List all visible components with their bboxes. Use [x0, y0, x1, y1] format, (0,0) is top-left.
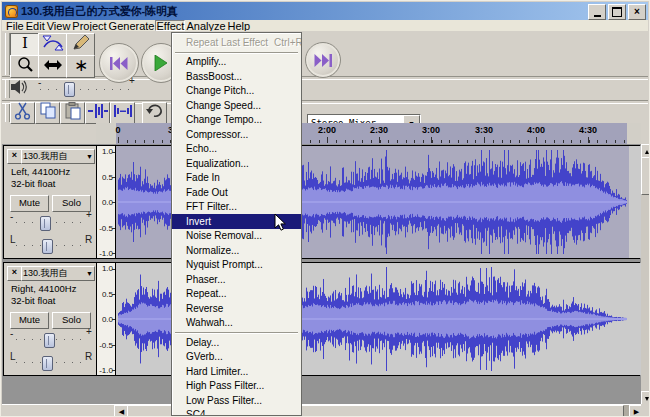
- menu-item-equalization[interactable]: Equalization...: [172, 156, 301, 171]
- undo-icon: [145, 103, 165, 123]
- menu-item-repeat[interactable]: Repeat...: [172, 287, 301, 302]
- menu-item-label: Reverse: [186, 303, 223, 314]
- volume-slider-track[interactable]: [40, 89, 135, 90]
- horizontal-scrollbar[interactable]: ◀ ▶: [2, 404, 641, 417]
- track-left: × 130.我用自 ▼ Left, 44100Hz 32-bit float M…: [3, 145, 640, 259]
- menu-item-gverb[interactable]: GVerb...: [172, 350, 301, 365]
- menu-generate[interactable]: Generate: [108, 20, 156, 31]
- menu-item-delay[interactable]: Delay...: [172, 335, 301, 350]
- mute-button[interactable]: Mute: [10, 312, 49, 329]
- track-title-bar[interactable]: 130.我用自 ▼: [21, 149, 95, 164]
- close-track-button[interactable]: ×: [7, 149, 22, 164]
- menu-item-label: Echo...: [186, 143, 217, 154]
- menu-item-fade-in[interactable]: Fade In: [172, 171, 301, 186]
- minimize-icon: [594, 15, 601, 17]
- menu-item-wahwah[interactable]: Wahwah...: [172, 316, 301, 331]
- menu-item-compressor[interactable]: Compressor...: [172, 127, 301, 142]
- menu-item-low-pass-filter[interactable]: Low Pass Filter...: [172, 393, 301, 408]
- track-title: 130.我用自: [22, 267, 86, 280]
- menu-item-change-pitch[interactable]: Change Pitch...: [172, 84, 301, 99]
- gain-slider-thumb[interactable]: [40, 216, 51, 231]
- ruler-tick: [554, 140, 555, 143]
- menu-item-shortcut: Ctrl+R: [268, 37, 302, 48]
- menu-file[interactable]: File: [5, 20, 25, 31]
- menu-item-sc4[interactable]: SC4...: [172, 408, 301, 417]
- pan-slider-thumb[interactable]: [42, 239, 53, 254]
- menu-item-hard-limiter[interactable]: Hard Limiter...: [172, 364, 301, 379]
- ruler-tick: [528, 140, 529, 143]
- amplitude-tick: [112, 370, 115, 371]
- maximize-button[interactable]: [608, 4, 626, 20]
- gain-slider-thumb[interactable]: [44, 333, 55, 348]
- menu-item-high-pass-filter[interactable]: High Pass Filter...: [172, 379, 301, 394]
- menu-item-normalize[interactable]: Normalize...: [172, 243, 301, 258]
- menu-item-label: Repeat...: [186, 288, 227, 299]
- volume-slider-thumb[interactable]: [64, 82, 75, 97]
- menu-project[interactable]: Project: [71, 20, 107, 31]
- titlebar[interactable]: 130.我用自己的方式爱你-陈明真 ×: [2, 2, 648, 20]
- menu-view[interactable]: View: [46, 20, 72, 31]
- amplitude-tick: [112, 269, 115, 270]
- track-format-info: 32-bit float: [11, 295, 55, 306]
- arrow-up-icon: ▲: [644, 148, 650, 155]
- ruler-tick: [135, 140, 136, 143]
- skip-start-icon: [110, 57, 128, 70]
- menu-item-reverse[interactable]: Reverse: [172, 301, 301, 316]
- gain-min-label: -: [10, 212, 13, 222]
- zoom-tool-button[interactable]: [10, 55, 39, 78]
- pan-slider-thumb[interactable]: [42, 356, 53, 371]
- paste-icon: [64, 102, 82, 124]
- ruler-tick: [458, 140, 459, 143]
- undo-button[interactable]: [142, 102, 167, 124]
- multi-tool-button[interactable]: ∗: [66, 55, 95, 78]
- ruler-tick: [467, 140, 468, 143]
- menu-item-nyquist-prompt[interactable]: Nyquist Prompt...: [172, 258, 301, 273]
- menu-help[interactable]: Help: [227, 20, 252, 31]
- ruler-tick: [606, 140, 607, 143]
- menu-item-amplify[interactable]: Amplify...: [172, 55, 301, 70]
- ruler-major-tick: [379, 137, 380, 143]
- menu-item-echo[interactable]: Echo...: [172, 142, 301, 157]
- menu-item-bassboost[interactable]: BassBoost...: [172, 69, 301, 84]
- menu-item-fade-out[interactable]: Fade Out: [172, 185, 301, 200]
- paste-button[interactable]: [60, 102, 85, 124]
- scrollbar-thumb[interactable]: [641, 157, 650, 195]
- cut-button[interactable]: [10, 102, 35, 124]
- ruler-major-tick: [327, 137, 328, 143]
- minimize-button[interactable]: [588, 4, 606, 20]
- vertical-scrollbar[interactable]: ▲ ▼: [641, 144, 650, 404]
- trim-button[interactable]: [85, 102, 110, 124]
- menu-effect[interactable]: Effect: [155, 20, 185, 31]
- multi-tool-icon: ∗: [73, 57, 89, 77]
- menu-item-change-tempo[interactable]: Change Tempo...: [172, 113, 301, 128]
- menu-analyze[interactable]: Analyze: [185, 20, 226, 31]
- skip-end-button[interactable]: [305, 42, 341, 78]
- envelope-tool-button[interactable]: [38, 33, 67, 56]
- menu-item-change-speed[interactable]: Change Speed...: [172, 98, 301, 113]
- selection-tool-icon: I: [17, 35, 33, 55]
- audacity-app-icon: [5, 5, 18, 18]
- copy-button[interactable]: [35, 102, 60, 124]
- close-button[interactable]: ×: [628, 4, 646, 20]
- silence-button[interactable]: [110, 102, 135, 124]
- close-track-button[interactable]: ×: [7, 266, 22, 281]
- copy-icon: [39, 102, 57, 124]
- menu-item-phaser[interactable]: Phaser...: [172, 272, 301, 287]
- svg-text:I: I: [22, 35, 28, 51]
- ruler-tick: [406, 140, 407, 143]
- menu-edit[interactable]: Edit: [25, 20, 46, 31]
- toolbar-area: I∗ - + Stereo Mixer ▼: [2, 31, 648, 123]
- track-menu-arrow-icon[interactable]: ▼: [86, 153, 94, 160]
- draw-tool-button[interactable]: [66, 33, 95, 56]
- gain-max-label: +: [86, 210, 92, 220]
- ruler-tick: [493, 140, 494, 143]
- ruler-time-label: 3:30: [475, 125, 493, 135]
- mute-button[interactable]: Mute: [10, 195, 49, 212]
- track-title-bar[interactable]: 130.我用自 ▼: [21, 266, 95, 281]
- selection-tool-button[interactable]: I: [10, 33, 39, 56]
- menu-item-fft-filter[interactable]: FFT Filter...: [172, 200, 301, 215]
- track-menu-arrow-icon[interactable]: ▼: [86, 270, 94, 277]
- timeshift-tool-button[interactable]: [38, 55, 67, 78]
- amplitude-label: 0.0: [102, 199, 113, 207]
- ruler-tick: [310, 140, 311, 143]
